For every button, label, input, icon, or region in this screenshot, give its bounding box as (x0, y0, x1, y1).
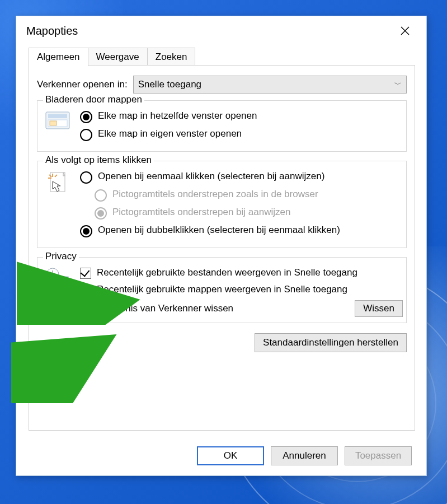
clear-history-button[interactable]: Wissen (355, 300, 403, 317)
open-in-value: Snelle toegang (138, 79, 201, 90)
radio-icon (80, 171, 92, 184)
checkbox-icon (80, 268, 91, 279)
clear-history-row: Geschiedenis van Verkenner wissen Wissen (80, 300, 403, 317)
titlebar: Mapopties (16, 16, 426, 45)
group-privacy-legend: Privacy (43, 251, 79, 262)
apply-button[interactable]: Toepassen (345, 446, 412, 465)
browse-icon (42, 108, 73, 146)
radio-double-click[interactable]: Openen bij dubbelklikken (selecteren bij… (80, 224, 403, 237)
group-browse-folders: Bladeren door mappen Elke map in hetzelf… (37, 100, 407, 152)
group-click-legend: Als volgt op items klikken (43, 155, 154, 166)
checkbox-icon (80, 284, 91, 296)
tab-general[interactable]: Algemeen (29, 48, 88, 66)
privacy-icon (42, 264, 73, 317)
radio-icon (95, 189, 107, 202)
check-recent-files[interactable]: Recentelijk gebruikte bestanden weergeve… (80, 267, 403, 279)
restore-defaults-row: Standaardinstellingen herstellen (37, 333, 407, 352)
open-in-label: Verkenner openen in: (37, 79, 128, 90)
close-button[interactable] (388, 16, 422, 45)
group-privacy: Privacy (37, 257, 407, 323)
folder-options-dialog: Mapopties Algemeen Weergave Zoeken Verke… (16, 16, 427, 476)
radio-icon (95, 207, 107, 220)
radio-single-click[interactable]: Openen bij eenmaal klikken (selecteren b… (80, 170, 403, 184)
svg-rect-19 (55, 278, 67, 281)
clear-history-label: Geschiedenis van Verkenner wissen (80, 302, 233, 314)
radio-icon (80, 129, 92, 141)
group-browse-legend: Bladeren door mappen (43, 94, 144, 105)
radio-own-window[interactable]: Elke map in eigen venster openen (80, 128, 403, 141)
radio-icon (80, 225, 92, 237)
radio-icon (80, 111, 92, 123)
ok-button[interactable]: OK (197, 446, 264, 465)
open-in-combo[interactable]: Snelle toegang ﹀ (133, 76, 407, 94)
group-click-items: Als volgt op items klikken (37, 161, 407, 248)
open-in-row: Verkenner openen in: Snelle toegang ﹀ (37, 76, 407, 94)
chevron-down-icon: ﹀ (394, 80, 402, 90)
window-title: Mapopties (26, 25, 388, 38)
click-icon (42, 168, 73, 242)
dialog-button-row: OK Annuleren Toepassen (16, 446, 426, 465)
check-recent-folders[interactable]: Recentelijk gebruikte mappen weergeven i… (80, 283, 403, 296)
svg-rect-20 (60, 281, 69, 291)
svg-rect-6 (48, 114, 67, 118)
tab-search[interactable]: Zoeken (147, 48, 196, 66)
tab-view[interactable]: Weergave (88, 48, 148, 66)
radio-underline-browser: Pictogramtitels onderstrepen zoals in de… (95, 188, 403, 202)
restore-defaults-button[interactable]: Standaardinstellingen herstellen (255, 333, 407, 352)
tab-panel-general: Verkenner openen in: Snelle toegang ﹀ Bl… (29, 66, 415, 431)
radio-same-window[interactable]: Elke map in hetzelfde venster openen (80, 110, 403, 123)
cancel-button[interactable]: Annuleren (271, 446, 338, 465)
tabbar: Algemeen Weergave Zoeken (16, 45, 426, 66)
close-icon (400, 26, 410, 36)
radio-underline-point: Pictogramtitels onderstrepen bij aanwijz… (95, 206, 403, 220)
svg-rect-8 (50, 121, 57, 125)
